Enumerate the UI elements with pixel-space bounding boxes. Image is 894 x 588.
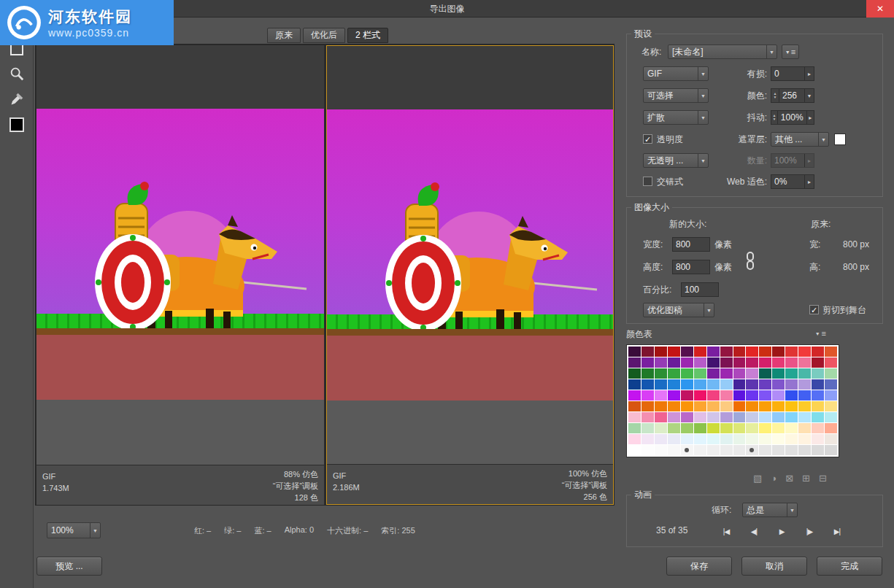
- color-swatch[interactable]: [785, 412, 798, 422]
- done-button[interactable]: 完成: [817, 557, 882, 576]
- color-swatch[interactable]: [655, 401, 667, 411]
- color-swatch[interactable]: [655, 379, 667, 390]
- color-swatch[interactable]: [720, 357, 733, 368]
- color-swatch[interactable]: [812, 390, 824, 401]
- color-swatch[interactable]: [694, 412, 706, 422]
- color-swatch[interactable]: [812, 368, 824, 379]
- color-swatch[interactable]: [655, 445, 667, 455]
- color-swatch[interactable]: [641, 347, 654, 357]
- color-swatch[interactable]: [694, 379, 706, 390]
- color-swatch[interactable]: [681, 379, 693, 390]
- width-input[interactable]: 800: [672, 237, 710, 252]
- color-swatch[interactable]: [641, 390, 654, 401]
- color-swatch[interactable]: [785, 347, 798, 357]
- color-swatch[interactable]: [798, 390, 811, 401]
- color-swatch[interactable]: [746, 390, 758, 401]
- color-swatch[interactable]: [785, 434, 798, 444]
- zoom-tool-button[interactable]: [6, 63, 28, 85]
- matte-color-swatch[interactable]: [834, 134, 846, 145]
- color-swatch[interactable]: [707, 423, 720, 433]
- color-swatch[interactable]: [681, 357, 693, 368]
- color-swatch[interactable]: [785, 445, 798, 455]
- color-swatch[interactable]: [668, 445, 680, 455]
- color-swatch[interactable]: [825, 423, 837, 433]
- color-swatch[interactable]: [746, 357, 758, 368]
- dither-method-select[interactable]: 扩散 ▼: [643, 110, 709, 125]
- color-swatch[interactable]: [733, 368, 746, 379]
- color-swatch[interactable]: [681, 423, 693, 433]
- color-swatch[interactable]: [746, 347, 758, 357]
- close-button[interactable]: ✕: [866, 0, 894, 18]
- color-swatch[interactable]: [798, 434, 811, 444]
- color-swatch[interactable]: [720, 379, 733, 390]
- color-swatch[interactable]: [681, 412, 693, 422]
- color-swatch[interactable]: [733, 434, 746, 444]
- color-swatch[interactable]: [707, 401, 720, 411]
- color-swatch[interactable]: [641, 357, 654, 368]
- color-swatch[interactable]: [694, 357, 706, 368]
- color-swatch[interactable]: [733, 423, 746, 433]
- color-swatch[interactable]: [746, 379, 758, 390]
- eyedropper-color-swatch[interactable]: [6, 114, 28, 136]
- color-swatch[interactable]: [720, 368, 733, 379]
- color-swatch[interactable]: [655, 347, 667, 357]
- color-swatch[interactable]: [772, 390, 785, 401]
- shift-web-icon[interactable]: ▧: [753, 473, 762, 484]
- color-swatch[interactable]: [759, 445, 771, 455]
- color-swatch[interactable]: [628, 434, 641, 444]
- color-swatch[interactable]: [798, 445, 811, 455]
- slider-arrow-icon[interactable]: ▸: [806, 111, 814, 124]
- color-swatch[interactable]: [681, 347, 693, 357]
- stepper-arrows-icon[interactable]: ▲▼: [771, 111, 778, 124]
- color-swatch[interactable]: [628, 401, 641, 411]
- interlaced-checkbox[interactable]: [643, 177, 652, 186]
- save-button[interactable]: 保存: [666, 557, 732, 576]
- color-swatch[interactable]: [668, 390, 680, 401]
- color-swatch[interactable]: [772, 357, 785, 368]
- color-swatch[interactable]: [655, 357, 667, 368]
- color-swatch[interactable]: [628, 347, 641, 357]
- color-swatch[interactable]: [759, 390, 771, 401]
- color-swatch[interactable]: [746, 412, 758, 422]
- color-swatch[interactable]: [668, 423, 680, 433]
- color-swatch[interactable]: [812, 347, 824, 357]
- color-swatch[interactable]: [772, 423, 785, 433]
- color-swatch[interactable]: [733, 347, 746, 357]
- color-swatch[interactable]: [733, 390, 746, 401]
- color-swatch[interactable]: [707, 412, 720, 422]
- next-frame-button[interactable]: |▶: [799, 525, 820, 538]
- slider-arrow-icon[interactable]: ▸: [804, 175, 814, 188]
- color-swatch[interactable]: [641, 423, 654, 433]
- color-swatch[interactable]: [746, 423, 758, 433]
- color-swatch[interactable]: [694, 368, 706, 379]
- color-swatch[interactable]: [798, 379, 811, 390]
- color-swatch[interactable]: [681, 368, 693, 379]
- color-swatch[interactable]: [707, 379, 720, 390]
- color-swatch[interactable]: [641, 445, 654, 455]
- lock-color-icon[interactable]: ⊠: [785, 473, 793, 484]
- color-swatch[interactable]: [746, 445, 758, 455]
- color-swatch[interactable]: [681, 390, 693, 401]
- color-swatch[interactable]: [668, 368, 680, 379]
- color-swatch[interactable]: [641, 434, 654, 444]
- color-swatch[interactable]: [812, 401, 824, 411]
- color-swatch[interactable]: [772, 401, 785, 411]
- add-swatch-icon[interactable]: ⊞: [802, 473, 810, 484]
- color-swatch[interactable]: [628, 368, 641, 379]
- color-swatch[interactable]: [668, 434, 680, 444]
- colors-stepper[interactable]: ▲▼ 256 ▼: [771, 88, 814, 103]
- play-button[interactable]: ▶: [771, 525, 792, 538]
- color-swatch[interactable]: [720, 412, 733, 422]
- preview-pane-1[interactable]: GIF 1.743M 88% 仿色 “可选择”调板 128 色: [36, 45, 324, 505]
- color-swatch[interactable]: [628, 412, 641, 422]
- color-swatch[interactable]: [681, 434, 693, 444]
- color-swatch[interactable]: [772, 347, 785, 357]
- color-swatch[interactable]: [812, 423, 824, 433]
- eyedropper-tool-button[interactable]: [6, 88, 28, 110]
- color-swatch[interactable]: [785, 401, 798, 411]
- color-swatch[interactable]: [759, 379, 771, 390]
- color-swatch[interactable]: [825, 390, 837, 401]
- color-swatch[interactable]: [707, 368, 720, 379]
- preset-menu-button[interactable]: ▼ ≡: [782, 45, 799, 59]
- color-swatch[interactable]: [759, 423, 771, 433]
